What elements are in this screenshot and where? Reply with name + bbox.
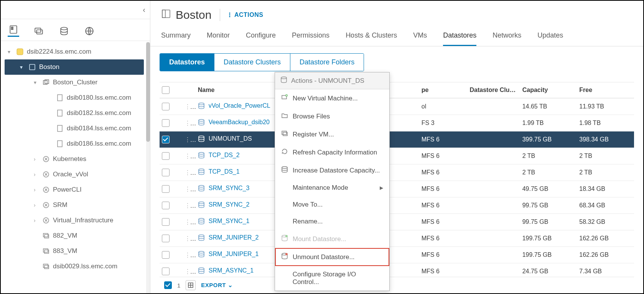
svg-rect-7 bbox=[17, 49, 23, 55]
context-menu-item[interactable]: Increase Datastore Capacity... bbox=[275, 161, 389, 179]
tree-node-resourcepool[interactable]: ›PowerCLI bbox=[5, 182, 150, 197]
col-header-capacity[interactable]: Capacity bbox=[520, 82, 577, 98]
tree-node-host[interactable]: dsib0180.lss.emc.com bbox=[5, 90, 150, 105]
tree-node-vm[interactable]: dsib0029.lss.emc.com bbox=[5, 259, 150, 274]
tab-vms[interactable]: VMs bbox=[413, 28, 427, 46]
subtab-datastore-folders[interactable]: Datastore Folders bbox=[290, 54, 364, 71]
row-checkbox[interactable] bbox=[162, 218, 170, 226]
datastore-link[interactable]: vVol_Oracle_PowerCL bbox=[198, 102, 270, 109]
inventory-tab-storage-icon[interactable] bbox=[58, 25, 70, 37]
context-menu-item[interactable]: Unmount Datastore... bbox=[275, 248, 389, 266]
tab-hosts-clusters[interactable]: Hosts & Clusters bbox=[346, 28, 397, 46]
datastore-link[interactable]: SRM_SYNC_2 bbox=[198, 201, 250, 208]
svg-rect-2 bbox=[12, 28, 13, 29]
table-row[interactable]: ⋮⋮ SRM_SYNC_3 MFS 6 49.75 GB 18.34 GB bbox=[160, 181, 634, 197]
col-select-all[interactable] bbox=[160, 82, 182, 98]
subtab-datastore-clusters[interactable]: Datastore Clusters bbox=[214, 54, 290, 71]
row-checkbox[interactable] bbox=[162, 235, 170, 242]
tree-node-resourcepool[interactable]: ›Oracle_vVol bbox=[5, 167, 150, 182]
tab-configure[interactable]: Configure bbox=[246, 28, 276, 46]
drag-handle-icon[interactable]: ⋮⋮ bbox=[184, 252, 195, 258]
tree-node-resourcepool[interactable]: ›Virtual_Infrastructure bbox=[5, 213, 150, 228]
datastore-link[interactable]: SRM_ASYNC_1 bbox=[198, 267, 254, 274]
chevron-right-icon: › bbox=[34, 156, 39, 162]
datastore-link[interactable]: TCP_DS_2 bbox=[198, 152, 240, 159]
tab-monitor[interactable]: Monitor bbox=[207, 28, 230, 46]
drag-handle-icon[interactable]: ⋮⋮ bbox=[184, 103, 195, 110]
inventory-tab-hosts-icon[interactable] bbox=[8, 25, 19, 37]
row-checkbox[interactable] bbox=[162, 202, 170, 209]
table-row[interactable]: ⋮⋮ SRM_JUNIPER_1 MFS 6 199.75 GB 162.26 … bbox=[160, 247, 634, 263]
context-menu-label: Unmount Datastore... bbox=[293, 253, 355, 261]
table-row[interactable]: ⋮⋮ SRM_SYNC_1 MFS 6 99.75 GB 58.32 GB bbox=[160, 214, 634, 230]
drag-handle-icon[interactable]: ⋮⋮ bbox=[184, 219, 195, 225]
context-menu-item[interactable]: Rename... bbox=[275, 213, 389, 230]
drag-handle-icon[interactable]: ⋮⋮ bbox=[184, 136, 195, 143]
tab-permissions[interactable]: Permissions bbox=[292, 28, 329, 46]
col-header-type[interactable]: pe bbox=[419, 82, 468, 98]
row-checkbox[interactable] bbox=[162, 103, 170, 110]
row-checkbox[interactable] bbox=[162, 152, 170, 160]
context-menu-item[interactable]: Refresh Capacity Information bbox=[275, 143, 389, 161]
context-menu-item[interactable]: Browse Files bbox=[275, 107, 389, 125]
subtab-datastores[interactable]: Datastores bbox=[160, 54, 214, 71]
drag-handle-icon[interactable]: ⋮⋮ bbox=[184, 235, 195, 242]
row-checkbox[interactable] bbox=[162, 185, 170, 193]
table-row[interactable]: ⋮⋮ TCP_DS_1 MFS 6 2 TB 2 TB bbox=[160, 164, 634, 181]
export-button[interactable]: EXPORT ⌄ bbox=[201, 282, 233, 289]
tab-datastores[interactable]: Datastores bbox=[443, 28, 476, 46]
tree-node-cluster[interactable]: ▾ Boston_Cluster bbox=[5, 75, 150, 90]
datastore-link[interactable]: SRM_JUNIPER_1 bbox=[198, 251, 259, 258]
tree-node-vm[interactable]: 882_VM bbox=[5, 228, 150, 243]
tree-node-host[interactable]: dsib0182.lss.emc.com bbox=[5, 105, 150, 121]
row-checkbox[interactable] bbox=[162, 251, 170, 259]
datastore-link[interactable]: TCP_DS_1 bbox=[198, 168, 240, 175]
tab-summary[interactable]: Summary bbox=[161, 28, 191, 46]
table-row[interactable]: ⋮⋮ UNMOUNT_DS MFS 6 399.75 GB 398.34 GB bbox=[160, 131, 634, 148]
table-row[interactable]: ⋮⋮ SRM_SYNC_2 MFS 6 99.75 GB 68.34 GB bbox=[160, 197, 634, 214]
row-checkbox[interactable] bbox=[162, 119, 170, 127]
row-checkbox[interactable] bbox=[162, 268, 170, 275]
table-row[interactable]: ⋮⋮ TCP_DS_2 MFS 6 2 TB 2 TB bbox=[160, 148, 634, 164]
sidebar-collapse-icon[interactable]: ‹ bbox=[143, 5, 145, 14]
datastore-link[interactable]: VeeamBackup_dsib20 bbox=[198, 119, 270, 126]
tab-updates[interactable]: Updates bbox=[537, 28, 563, 46]
drag-handle-icon[interactable]: ⋮⋮ bbox=[184, 186, 195, 192]
col-header-free[interactable]: Free bbox=[577, 82, 634, 98]
tree-node-host[interactable]: dsib0186.lss.emc.com bbox=[5, 136, 150, 151]
datastore-link[interactable]: SRM_SYNC_1 bbox=[198, 218, 250, 225]
context-menu-item[interactable]: New Virtual Machine... bbox=[275, 89, 389, 107]
drag-handle-icon[interactable]: ⋮⋮ bbox=[184, 120, 195, 126]
tree-node-resourcepool[interactable]: ›Kubernetes bbox=[5, 151, 150, 167]
datastore-link[interactable]: SRM_JUNIPER_2 bbox=[198, 234, 259, 241]
tree-node-vm[interactable]: 883_VM bbox=[5, 243, 150, 259]
context-menu-item[interactable]: Register VM... bbox=[275, 125, 389, 143]
inventory-tab-networks-icon[interactable] bbox=[84, 25, 95, 37]
drag-handle-icon[interactable]: ⋮⋮ bbox=[184, 202, 195, 209]
drag-handle-icon[interactable]: ⋮⋮ bbox=[184, 268, 195, 275]
row-checkbox[interactable] bbox=[162, 136, 170, 143]
col-header-cluster[interactable]: Datastore Cluster bbox=[468, 82, 520, 98]
host-icon bbox=[56, 140, 64, 147]
context-menu-item[interactable]: Maintenance Mode▶ bbox=[275, 179, 389, 196]
footer-grid-icon[interactable] bbox=[186, 280, 196, 290]
drag-handle-icon[interactable]: ⋮⋮ bbox=[184, 153, 195, 159]
tree-node-host[interactable]: dsib0184.lss.emc.com bbox=[5, 121, 150, 136]
tree-node-datacenter[interactable]: ▾ Boston bbox=[5, 59, 144, 75]
tab-networks[interactable]: Networks bbox=[492, 28, 521, 46]
context-menu-item[interactable]: Move To... bbox=[275, 196, 389, 213]
sidebar-scrollbar[interactable] bbox=[146, 42, 150, 293]
table-row[interactable]: ⋮⋮ vVol_Oracle_PowerCL ol 14.65 TB 11.93… bbox=[160, 98, 634, 115]
drag-handle-icon[interactable]: ⋮⋮ bbox=[184, 169, 195, 176]
table-row[interactable]: ⋮⋮ SRM_JUNIPER_2 MFS 6 199.75 GB 162.26 … bbox=[160, 230, 634, 247]
context-menu-item[interactable]: Configure Storage I/O Control... bbox=[275, 266, 389, 291]
actions-menu-trigger[interactable]: ⁝ ACTIONS bbox=[229, 11, 263, 19]
tree-node-resourcepool[interactable]: ›SRM bbox=[5, 197, 150, 213]
table-row[interactable]: ⋮⋮ VeeamBackup_dsib20 FS 3 1.99 TB 1.98 … bbox=[160, 115, 634, 131]
tree-node-vcenter[interactable]: ▾ dsib2224.lss.emc.com bbox=[5, 44, 150, 59]
datacenter-icon bbox=[161, 8, 171, 21]
datastore-link[interactable]: SRM_SYNC_3 bbox=[198, 185, 250, 192]
datastore-link[interactable]: UNMOUNT_DS bbox=[198, 135, 252, 142]
inventory-tab-vms-icon[interactable] bbox=[33, 25, 44, 37]
row-checkbox[interactable] bbox=[162, 169, 170, 176]
